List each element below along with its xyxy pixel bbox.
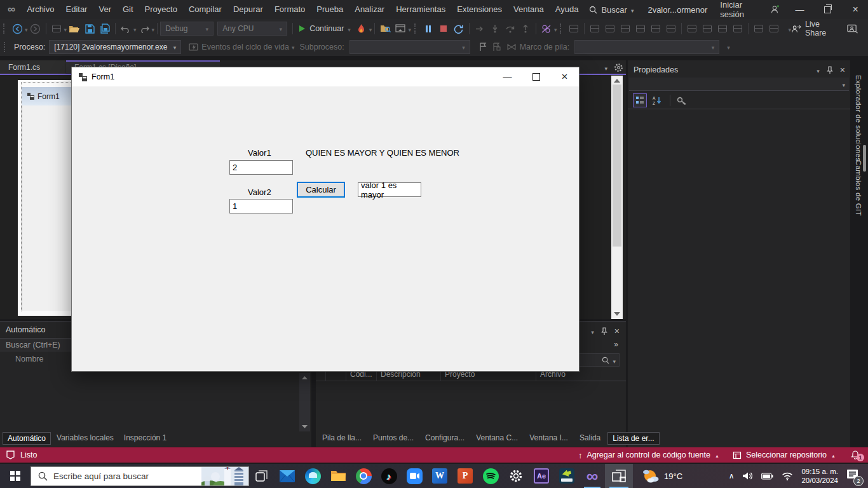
form-maximize-button[interactable] <box>522 67 550 86</box>
solution-platform-dropdown[interactable]: Any CPU <box>217 22 287 36</box>
properties-body[interactable] <box>628 109 850 447</box>
tab-lista-de-errores[interactable]: Lista de er... <box>607 432 659 445</box>
menu-prueba[interactable]: Prueba <box>311 0 349 19</box>
save-all-button[interactable] <box>97 20 112 37</box>
clipchamp-app-button[interactable] <box>554 464 580 488</box>
send-feedback-icon[interactable] <box>847 24 858 34</box>
calcular-button[interactable]: Calcular <box>297 182 344 197</box>
property-pages-icon[interactable] <box>677 97 688 105</box>
notifications-button[interactable]: 1 <box>850 450 860 460</box>
menu-ayuda[interactable]: Ayuda <box>550 0 585 19</box>
categorized-button[interactable] <box>633 93 647 107</box>
menu-formato[interactable]: Formato <box>269 0 311 19</box>
vertical-spacing-button[interactable] <box>766 20 782 37</box>
pin-icon[interactable] <box>601 327 607 336</box>
step-into-button[interactable] <box>487 20 503 37</box>
scroll-up-icon[interactable] <box>302 376 308 379</box>
make-same-height-button[interactable] <box>700 20 715 37</box>
toolbar-grip[interactable] <box>4 42 7 52</box>
align-tops-button[interactable] <box>633 20 648 37</box>
save-button[interactable] <box>82 20 97 37</box>
visual-studio-app-button[interactable]: ∞ <box>580 464 605 488</box>
form-minimize-button[interactable]: — <box>493 67 522 86</box>
stop-button[interactable] <box>436 20 451 37</box>
form1-app-button[interactable] <box>605 464 633 488</box>
result-textbox[interactable]: valor 1 es mayor <box>358 182 421 197</box>
menu-analizar[interactable]: Analizar <box>349 0 390 19</box>
continue-button[interactable]: Continuar <box>295 20 354 37</box>
show-next-statement-button[interactable] <box>472 20 487 37</box>
menu-ver[interactable]: Ver <box>93 0 117 19</box>
panel-menu-chevron[interactable] <box>591 325 594 337</box>
close-button[interactable]: × <box>843 0 868 19</box>
designer-form-titlebar[interactable]: Form1 <box>22 87 71 106</box>
chevron-down-icon[interactable] <box>369 23 372 34</box>
tray-expand-chevron[interactable]: ∧ <box>729 471 735 480</box>
disable-breakpoints-button[interactable] <box>539 20 554 37</box>
chevron-down-icon[interactable] <box>613 355 616 366</box>
clock-widget[interactable]: 09:15 a. m. 20/03/2024 <box>801 467 838 485</box>
task-view-button[interactable] <box>249 464 275 488</box>
search-box[interactable]: Buscar <box>584 4 639 15</box>
solution-explorer-side-tab[interactable]: Explorador de soluciones <box>855 75 862 161</box>
scroll-down-icon[interactable] <box>302 425 308 428</box>
battery-icon[interactable] <box>761 473 773 480</box>
chrome-browser-button[interactable] <box>351 464 376 488</box>
autos-vertical-scrollbar[interactable] <box>299 373 310 431</box>
restore-button[interactable] <box>815 0 840 19</box>
tab-configuracion[interactable]: Configura... <box>421 432 469 445</box>
step-over-button[interactable] <box>503 20 518 37</box>
panel-menu-chevron[interactable] <box>817 64 820 76</box>
navigate-back-button[interactable] <box>10 20 25 37</box>
git-changes-side-tab[interactable]: Cambios de GIT <box>855 160 862 216</box>
select-repository-button[interactable]: Seleccionar repositorio <box>746 451 827 459</box>
minimize-button[interactable]: — <box>787 0 812 19</box>
toolbar-overflow-chevron[interactable] <box>727 43 730 51</box>
make-same-width-button[interactable] <box>684 20 700 37</box>
horizontal-spacing-button[interactable] <box>751 20 766 37</box>
tab-ventana-inmediata[interactable]: Ventana I... <box>525 432 573 445</box>
properties-object-dropdown[interactable] <box>629 78 849 91</box>
search-highlight-castle-image[interactable] <box>201 466 248 486</box>
start-button[interactable] <box>0 464 31 488</box>
menu-proyecto[interactable]: Proyecto <box>139 0 183 19</box>
toolbar-grip[interactable] <box>560 24 563 34</box>
step-out-button[interactable] <box>518 20 533 37</box>
tiktok-app-button[interactable]: ♪ <box>376 464 402 488</box>
form-close-button[interactable]: × <box>550 67 579 86</box>
chevron-down-icon[interactable] <box>554 23 557 34</box>
action-center-button[interactable]: 2 <box>846 469 859 484</box>
tab-form1-cs[interactable]: Form1.cs <box>0 60 65 74</box>
menu-git[interactable]: Git <box>117 0 139 19</box>
menu-editar[interactable]: Editar <box>60 0 93 19</box>
alphabetical-button[interactable]: AZ <box>651 94 663 107</box>
toolbar-overflow-chevrons[interactable] <box>614 338 618 349</box>
navigate-forward-button[interactable] <box>28 20 43 37</box>
menu-archivo[interactable]: Archivo <box>21 0 60 19</box>
find-in-files-button[interactable] <box>377 20 393 37</box>
mail-app-button[interactable] <box>275 464 300 488</box>
align-lefts-button[interactable] <box>587 20 602 37</box>
scroll-down-icon[interactable] <box>614 312 620 316</box>
designer-form-body[interactable] <box>22 105 72 311</box>
pause-button[interactable] <box>421 20 436 37</box>
tab-inspeccion-1[interactable]: Inspección 1 <box>119 432 171 445</box>
valor2-textbox[interactable]: 1 <box>229 199 293 214</box>
panel-close-icon[interactable]: × <box>614 327 620 336</box>
lifecycle-events-label[interactable]: Eventos del ciclo de vida <box>201 43 289 51</box>
menu-depurar[interactable]: Depurar <box>227 0 269 19</box>
panel-close-icon[interactable]: × <box>840 65 845 74</box>
stack-frame-dropdown[interactable] <box>574 40 719 54</box>
tab-list-chevron[interactable] <box>604 62 607 73</box>
format-tool-button[interactable] <box>566 20 581 37</box>
align-centers-button[interactable] <box>602 20 618 37</box>
side-strip-scroll-thumb[interactable] <box>863 145 866 172</box>
add-source-control-button[interactable]: Agregar al control de código fuente <box>587 451 710 459</box>
tab-salida[interactable]: Salida <box>575 432 605 445</box>
scrollbar-thumb[interactable] <box>613 85 621 247</box>
align-middles-button[interactable] <box>648 20 663 37</box>
flag-icon[interactable] <box>479 43 487 51</box>
tab-variables-locales[interactable]: Variables locales <box>52 432 118 445</box>
after-effects-app-button[interactable]: Ae <box>529 464 554 488</box>
powerpoint-app-button[interactable]: P <box>452 464 478 488</box>
